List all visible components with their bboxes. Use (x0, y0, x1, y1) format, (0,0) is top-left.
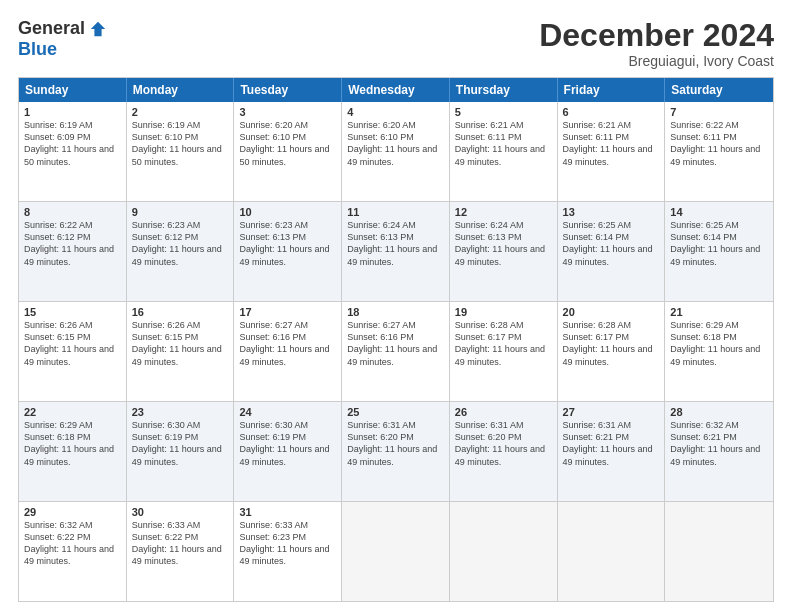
day-cell-28: 28Sunrise: 6:32 AMSunset: 6:21 PMDayligh… (665, 402, 773, 501)
day-cell-5: 5Sunrise: 6:21 AMSunset: 6:11 PMDaylight… (450, 102, 558, 201)
day-cell-17: 17Sunrise: 6:27 AMSunset: 6:16 PMDayligh… (234, 302, 342, 401)
day-cell-16: 16Sunrise: 6:26 AMSunset: 6:15 PMDayligh… (127, 302, 235, 401)
month-title: December 2024 (539, 18, 774, 53)
day-info: Sunrise: 6:29 AMSunset: 6:18 PMDaylight:… (670, 319, 768, 368)
day-info: Sunrise: 6:32 AMSunset: 6:22 PMDaylight:… (24, 519, 121, 568)
day-info: Sunrise: 6:33 AMSunset: 6:22 PMDaylight:… (132, 519, 229, 568)
day-number: 30 (132, 506, 229, 518)
day-info: Sunrise: 6:27 AMSunset: 6:16 PMDaylight:… (347, 319, 444, 368)
day-cell-27: 27Sunrise: 6:31 AMSunset: 6:21 PMDayligh… (558, 402, 666, 501)
day-info: Sunrise: 6:25 AMSunset: 6:14 PMDaylight:… (563, 219, 660, 268)
day-info: Sunrise: 6:33 AMSunset: 6:23 PMDaylight:… (239, 519, 336, 568)
day-number: 13 (563, 206, 660, 218)
day-cell-2: 2Sunrise: 6:19 AMSunset: 6:10 PMDaylight… (127, 102, 235, 201)
calendar-row-5: 29Sunrise: 6:32 AMSunset: 6:22 PMDayligh… (19, 501, 773, 601)
day-header-friday: Friday (558, 78, 666, 102)
day-header-saturday: Saturday (665, 78, 773, 102)
day-cell-23: 23Sunrise: 6:30 AMSunset: 6:19 PMDayligh… (127, 402, 235, 501)
day-info: Sunrise: 6:27 AMSunset: 6:16 PMDaylight:… (239, 319, 336, 368)
day-info: Sunrise: 6:22 AMSunset: 6:11 PMDaylight:… (670, 119, 768, 168)
day-number: 27 (563, 406, 660, 418)
day-cell-9: 9Sunrise: 6:23 AMSunset: 6:12 PMDaylight… (127, 202, 235, 301)
day-cell-14: 14Sunrise: 6:25 AMSunset: 6:14 PMDayligh… (665, 202, 773, 301)
day-info: Sunrise: 6:29 AMSunset: 6:18 PMDaylight:… (24, 419, 121, 468)
calendar-body: 1Sunrise: 6:19 AMSunset: 6:09 PMDaylight… (19, 102, 773, 601)
day-cell-26: 26Sunrise: 6:31 AMSunset: 6:20 PMDayligh… (450, 402, 558, 501)
day-info: Sunrise: 6:20 AMSunset: 6:10 PMDaylight:… (347, 119, 444, 168)
day-number: 25 (347, 406, 444, 418)
day-header-monday: Monday (127, 78, 235, 102)
day-header-tuesday: Tuesday (234, 78, 342, 102)
calendar: SundayMondayTuesdayWednesdayThursdayFrid… (18, 77, 774, 602)
day-info: Sunrise: 6:30 AMSunset: 6:19 PMDaylight:… (239, 419, 336, 468)
day-number: 23 (132, 406, 229, 418)
empty-cell (558, 502, 666, 601)
day-info: Sunrise: 6:31 AMSunset: 6:20 PMDaylight:… (347, 419, 444, 468)
day-number: 14 (670, 206, 768, 218)
day-number: 20 (563, 306, 660, 318)
day-cell-11: 11Sunrise: 6:24 AMSunset: 6:13 PMDayligh… (342, 202, 450, 301)
day-info: Sunrise: 6:28 AMSunset: 6:17 PMDaylight:… (563, 319, 660, 368)
empty-cell (450, 502, 558, 601)
day-number: 21 (670, 306, 768, 318)
day-number: 19 (455, 306, 552, 318)
day-number: 7 (670, 106, 768, 118)
day-cell-10: 10Sunrise: 6:23 AMSunset: 6:13 PMDayligh… (234, 202, 342, 301)
day-cell-8: 8Sunrise: 6:22 AMSunset: 6:12 PMDaylight… (19, 202, 127, 301)
day-number: 6 (563, 106, 660, 118)
day-cell-25: 25Sunrise: 6:31 AMSunset: 6:20 PMDayligh… (342, 402, 450, 501)
day-info: Sunrise: 6:23 AMSunset: 6:13 PMDaylight:… (239, 219, 336, 268)
day-number: 4 (347, 106, 444, 118)
day-info: Sunrise: 6:26 AMSunset: 6:15 PMDaylight:… (132, 319, 229, 368)
logo-blue: Blue (18, 39, 57, 60)
day-cell-19: 19Sunrise: 6:28 AMSunset: 6:17 PMDayligh… (450, 302, 558, 401)
title-block: December 2024 Breguiagui, Ivory Coast (539, 18, 774, 69)
day-number: 9 (132, 206, 229, 218)
svg-marker-0 (91, 21, 105, 35)
day-cell-15: 15Sunrise: 6:26 AMSunset: 6:15 PMDayligh… (19, 302, 127, 401)
day-number: 8 (24, 206, 121, 218)
day-cell-12: 12Sunrise: 6:24 AMSunset: 6:13 PMDayligh… (450, 202, 558, 301)
day-number: 11 (347, 206, 444, 218)
day-info: Sunrise: 6:28 AMSunset: 6:17 PMDaylight:… (455, 319, 552, 368)
day-cell-3: 3Sunrise: 6:20 AMSunset: 6:10 PMDaylight… (234, 102, 342, 201)
header: General Blue December 2024 Breguiagui, I… (18, 18, 774, 69)
day-number: 24 (239, 406, 336, 418)
day-number: 18 (347, 306, 444, 318)
day-header-wednesday: Wednesday (342, 78, 450, 102)
day-info: Sunrise: 6:23 AMSunset: 6:12 PMDaylight:… (132, 219, 229, 268)
day-info: Sunrise: 6:26 AMSunset: 6:15 PMDaylight:… (24, 319, 121, 368)
day-info: Sunrise: 6:24 AMSunset: 6:13 PMDaylight:… (347, 219, 444, 268)
calendar-header: SundayMondayTuesdayWednesdayThursdayFrid… (19, 78, 773, 102)
day-cell-22: 22Sunrise: 6:29 AMSunset: 6:18 PMDayligh… (19, 402, 127, 501)
day-cell-13: 13Sunrise: 6:25 AMSunset: 6:14 PMDayligh… (558, 202, 666, 301)
day-header-sunday: Sunday (19, 78, 127, 102)
day-number: 1 (24, 106, 121, 118)
day-number: 26 (455, 406, 552, 418)
day-cell-29: 29Sunrise: 6:32 AMSunset: 6:22 PMDayligh… (19, 502, 127, 601)
day-info: Sunrise: 6:24 AMSunset: 6:13 PMDaylight:… (455, 219, 552, 268)
day-number: 16 (132, 306, 229, 318)
day-number: 31 (239, 506, 336, 518)
day-info: Sunrise: 6:21 AMSunset: 6:11 PMDaylight:… (455, 119, 552, 168)
day-header-thursday: Thursday (450, 78, 558, 102)
day-info: Sunrise: 6:22 AMSunset: 6:12 PMDaylight:… (24, 219, 121, 268)
day-cell-18: 18Sunrise: 6:27 AMSunset: 6:16 PMDayligh… (342, 302, 450, 401)
day-cell-1: 1Sunrise: 6:19 AMSunset: 6:09 PMDaylight… (19, 102, 127, 201)
day-info: Sunrise: 6:19 AMSunset: 6:09 PMDaylight:… (24, 119, 121, 168)
day-number: 28 (670, 406, 768, 418)
calendar-row-3: 15Sunrise: 6:26 AMSunset: 6:15 PMDayligh… (19, 301, 773, 401)
day-info: Sunrise: 6:30 AMSunset: 6:19 PMDaylight:… (132, 419, 229, 468)
day-info: Sunrise: 6:20 AMSunset: 6:10 PMDaylight:… (239, 119, 336, 168)
day-info: Sunrise: 6:19 AMSunset: 6:10 PMDaylight:… (132, 119, 229, 168)
day-cell-24: 24Sunrise: 6:30 AMSunset: 6:19 PMDayligh… (234, 402, 342, 501)
day-cell-30: 30Sunrise: 6:33 AMSunset: 6:22 PMDayligh… (127, 502, 235, 601)
day-cell-4: 4Sunrise: 6:20 AMSunset: 6:10 PMDaylight… (342, 102, 450, 201)
day-cell-7: 7Sunrise: 6:22 AMSunset: 6:11 PMDaylight… (665, 102, 773, 201)
empty-cell (665, 502, 773, 601)
day-number: 5 (455, 106, 552, 118)
day-number: 22 (24, 406, 121, 418)
day-info: Sunrise: 6:31 AMSunset: 6:20 PMDaylight:… (455, 419, 552, 468)
day-number: 17 (239, 306, 336, 318)
location-subtitle: Breguiagui, Ivory Coast (539, 53, 774, 69)
